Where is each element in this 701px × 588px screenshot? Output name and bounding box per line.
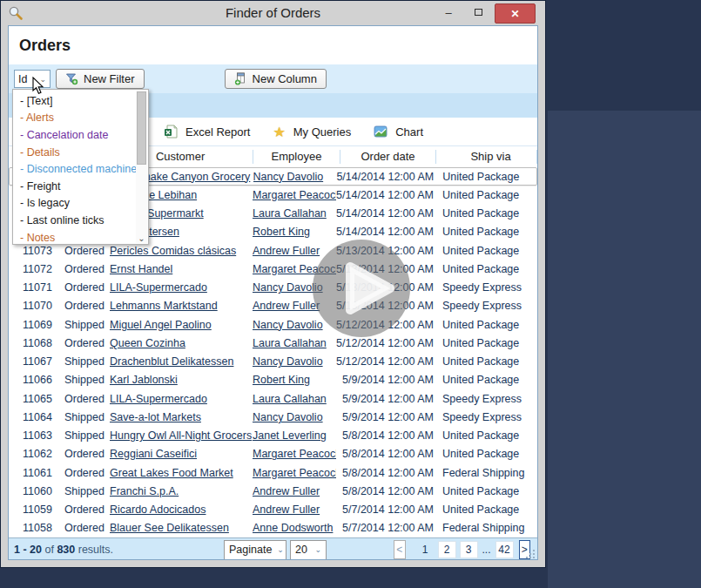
cell-employee-link[interactable]: Margaret Peacock	[253, 467, 336, 479]
cell-id: 11073	[23, 245, 64, 257]
excel-icon	[164, 125, 178, 139]
cell-employee-link[interactable]: Laura Callahan	[253, 207, 336, 220]
cell-customer-link[interactable]: Franchi S.p.A.	[110, 485, 253, 497]
cell-employee-link[interactable]: Margaret Peacock	[253, 189, 336, 201]
new-filter-button[interactable]: New Filter	[56, 69, 145, 89]
column-header-ship-via[interactable]: Ship via	[445, 150, 537, 164]
dropdown-item[interactable]: - Last online ticks	[13, 212, 148, 229]
cell-employee-link[interactable]: Janet Leverling	[253, 429, 336, 442]
cell-employee-link[interactable]: Nancy Davolio	[253, 171, 337, 183]
close-button[interactable]: ✕	[495, 3, 536, 24]
dropdown-item[interactable]: - Notes	[13, 229, 148, 247]
table-row[interactable]: 11067 Shipped Drachenblut Delikatessen N…	[9, 353, 537, 371]
table-row[interactable]: 11072 Ordered Ernst Handel Margaret Peac…	[9, 260, 537, 278]
cell-employee-link[interactable]: Nancy Davolio	[253, 411, 336, 423]
cell-order-date: 5/8/2014 12:00 AM	[336, 467, 434, 479]
table-row[interactable]: 11070 Ordered Lehmanns Marktstand Andrew…	[9, 297, 537, 315]
table-row[interactable]: 11068 Ordered Queen Cozinha Laura Callah…	[9, 334, 537, 352]
cell-employee-link[interactable]: Margaret Peacock	[253, 448, 336, 460]
cell-employee-link[interactable]: Robert King	[253, 226, 336, 238]
cell-customer-link[interactable]: Reggiani Caseifici	[110, 448, 253, 460]
cell-order-date: 5/9/2014 12:00 AM	[336, 374, 434, 386]
cell-customer-link[interactable]: Queen Cozinha	[110, 337, 253, 349]
dropdown-item[interactable]: - Cancelation date	[13, 126, 148, 144]
chart-icon	[374, 125, 388, 139]
dropdown-item[interactable]: - Freight	[13, 178, 148, 195]
maximize-button[interactable]	[463, 1, 493, 24]
cell-customer-link[interactable]: LILA-Supermercado	[110, 393, 253, 405]
cell-customer-link[interactable]: Ricardo Adocicados	[110, 504, 253, 516]
column-header-employee[interactable]: Employee	[253, 150, 340, 164]
dropdown-item[interactable]: - Is legacy	[13, 195, 148, 213]
cell-employee-link[interactable]: Laura Callahan	[253, 393, 336, 405]
new-column-button[interactable]: New Column	[225, 69, 327, 89]
my-queries-button[interactable]: ★ My Queries	[273, 124, 351, 140]
cell-order-date: 5/14/2014 12:00 AM	[336, 226, 434, 238]
cell-status: Shipped	[64, 374, 110, 386]
dropdown-item[interactable]: - Disconnected machine	[13, 160, 148, 178]
cell-customer-link[interactable]: Blauer See Delikatessen	[110, 522, 253, 534]
cell-status: Ordered	[64, 337, 110, 349]
pager-pages: 123...42	[416, 541, 514, 558]
table-row[interactable]: 11064 Shipped Save-a-lot Markets Nancy D…	[9, 408, 537, 426]
cell-employee-link[interactable]: Andrew Fuller	[253, 504, 336, 516]
cell-id: 11069	[23, 319, 64, 331]
page-button-3[interactable]: 3	[460, 541, 478, 558]
cell-id: 11066	[23, 374, 64, 386]
cell-employee-link[interactable]: Nancy Davolio	[253, 355, 336, 368]
cell-employee-link[interactable]: Laura Callahan	[253, 337, 336, 349]
dropdown-scrollbar[interactable]: ⌄	[136, 91, 147, 243]
dropdown-item[interactable]: - Details	[13, 144, 148, 161]
excel-report-button[interactable]: Excel Report	[164, 125, 250, 139]
cell-ship-via: United Package	[442, 374, 536, 386]
table-row[interactable]: 11071 Ordered LILA-Supermercado Nancy Da…	[9, 279, 537, 297]
cell-ship-via: Federal Shipping	[442, 522, 536, 534]
cell-customer-link[interactable]: Lehmanns Marktstand	[110, 300, 253, 312]
cell-employee-link[interactable]: Robert King	[253, 374, 336, 386]
cell-customer-link[interactable]: Ernst Handel	[110, 263, 253, 275]
chart-button[interactable]: Chart	[374, 125, 423, 139]
page-button-42[interactable]: 42	[495, 541, 514, 558]
table-row[interactable]: 11059 Ordered Ricardo Adocicados Andrew …	[9, 501, 537, 519]
cell-customer-link[interactable]: Hungry Owl All-Night Grocers	[110, 429, 253, 442]
cell-customer-link[interactable]: Karl Jablonski	[110, 374, 253, 386]
cell-customer-link[interactable]: Pericles Comidas clásicas	[110, 245, 253, 257]
cell-ship-via: United Package	[442, 355, 536, 368]
prev-page-button[interactable]: <	[394, 540, 406, 559]
paginate-mode-select[interactable]: Paginate ⌄	[224, 540, 286, 560]
table-row[interactable]: 11062 Ordered Reggiani Caseifici Margare…	[9, 445, 537, 463]
play-button-overlay[interactable]	[312, 239, 411, 338]
cell-customer-link[interactable]: LILA-Supermercado	[110, 281, 253, 294]
cell-status: Shipped	[64, 355, 110, 368]
cell-id: 11063	[23, 429, 64, 442]
table-row[interactable]: 11061 Ordered Great Lakes Food Market Ma…	[9, 463, 537, 482]
dropdown-item[interactable]: - Alerts	[13, 110, 148, 127]
cell-customer-link[interactable]: Miguel Angel Paolino	[110, 319, 253, 331]
cell-order-date: 5/9/2014 12:00 AM	[336, 411, 434, 423]
cell-customer-link[interactable]: Great Lakes Food Market	[110, 467, 253, 479]
page-button-1: 1	[416, 541, 435, 558]
table-row[interactable]: 11069 Shipped Miguel Angel Paolino Nancy…	[9, 315, 537, 334]
table-row[interactable]: 11063 Shipped Hungry Owl All-Night Groce…	[9, 427, 537, 445]
page-size-select[interactable]: 20 ⌄	[290, 540, 327, 560]
table-row[interactable]: 11060 Shipped Franchi S.p.A. Andrew Full…	[9, 482, 537, 500]
table-row[interactable]: 11065 Ordered LILA-Supermercado Laura Ca…	[9, 389, 537, 408]
column-header-order-date[interactable]: Order date	[340, 150, 436, 164]
minimize-button[interactable]: –	[435, 1, 462, 24]
table-row[interactable]: 11058 Ordered Blauer See Delikatessen An…	[9, 519, 537, 537]
chart-label: Chart	[395, 125, 423, 139]
scrollbar-thumb[interactable]	[137, 91, 146, 165]
cell-ship-via: United Package	[442, 337, 536, 349]
status-bar: 1 - 20 of 830 results. Paginate ⌄ 20 ⌄ <…	[9, 537, 537, 560]
cell-status: Shipped	[64, 485, 110, 497]
page-button-2[interactable]: 2	[438, 541, 456, 558]
cell-customer-link[interactable]: Drachenblut Delikatessen	[110, 355, 253, 368]
cell-customer-link[interactable]: Save-a-lot Markets	[110, 411, 253, 423]
cell-employee-link[interactable]: Andrew Fuller	[253, 485, 336, 497]
scroll-down-icon[interactable]: ⌄	[136, 233, 147, 243]
resize-grip[interactable]	[525, 549, 536, 559]
cell-id: 11068	[23, 337, 64, 349]
cell-employee-link[interactable]: Anne Dodsworth	[253, 522, 336, 534]
table-row[interactable]: 11066 Shipped Karl Jablonski Robert King…	[9, 371, 537, 389]
titlebar[interactable]: Finder of Orders – ✕	[1, 1, 545, 24]
